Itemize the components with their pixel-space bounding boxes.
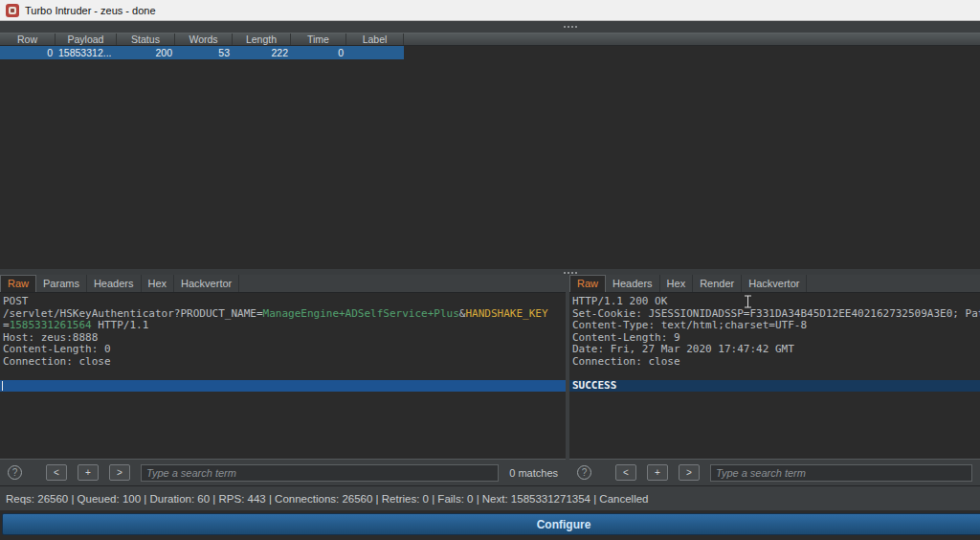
tab-params[interactable]: Params bbox=[36, 275, 87, 292]
code-segment: = bbox=[3, 319, 10, 331]
tab-hex[interactable]: Hex bbox=[660, 275, 694, 292]
request-searchbar: ? < + > 0 matches bbox=[0, 459, 566, 485]
tab-hackvertor[interactable]: Hackvertor bbox=[742, 275, 807, 292]
column-header-words[interactable]: Words bbox=[175, 34, 233, 45]
response-editor[interactable]: HTTP/1.1 200 OKSet-Cookie: JSESSIONIDADS… bbox=[569, 293, 980, 459]
code-segment: POST bbox=[3, 295, 29, 307]
code-segment: Host: zeus:8888 bbox=[3, 331, 98, 344]
code-segment: HANDSHAKE_KEY bbox=[465, 307, 547, 320]
tab-raw[interactable]: Raw bbox=[0, 275, 36, 292]
column-header-length[interactable]: Length bbox=[233, 34, 291, 45]
search-add-button[interactable]: + bbox=[78, 464, 99, 481]
code-line bbox=[0, 380, 566, 393]
code-line: Connection: close bbox=[0, 356, 566, 369]
cell-payload: 15853312... bbox=[56, 46, 117, 59]
search-prev-button[interactable]: < bbox=[615, 464, 636, 481]
code-segment: HTTP/1.1 bbox=[92, 319, 149, 331]
code-segment: /servlet/HSKeyAuthenticator?PRODUCT_NAME… bbox=[3, 307, 263, 320]
code-segment: Content-Length: 0 bbox=[3, 343, 111, 355]
column-header-status[interactable]: Status bbox=[117, 34, 175, 45]
response-searchbar: ? < + > bbox=[569, 459, 980, 485]
search-input[interactable] bbox=[710, 464, 972, 482]
cell-status: 200 bbox=[117, 46, 175, 59]
search-input[interactable] bbox=[141, 464, 499, 482]
tab-raw[interactable]: Raw bbox=[569, 275, 606, 292]
code-segment: ManageEngine+ADSelfService+Plus bbox=[263, 307, 459, 320]
app-icon bbox=[6, 4, 19, 17]
code-segment: Content-Length: 9 bbox=[572, 331, 680, 344]
code-segment: Date: Fri, 27 Mar 2020 17:47:42 GMT bbox=[572, 343, 794, 355]
code-segment: Set-Cookie: JSESSIONIDADSSP=F331DA34B45D… bbox=[572, 307, 980, 320]
column-header-label[interactable]: Label bbox=[346, 34, 404, 45]
response-tabbar: Raw Headers Hex Render Hackvertor bbox=[569, 275, 980, 293]
tab-render[interactable]: Render bbox=[693, 275, 742, 292]
status-text: Reqs: 26560 | Queued: 100 | Duration: 60… bbox=[6, 493, 649, 505]
status-bar: Reqs: 26560 | Queued: 100 | Duration: 60… bbox=[0, 485, 980, 510]
cell-time: 0 bbox=[291, 46, 346, 59]
title-bar[interactable]: Turbo Intruder - zeus - done bbox=[0, 0, 980, 21]
table-row[interactable]: 0 15853312... 200 53 222 0 bbox=[0, 46, 404, 59]
code-segment: SUCCESS bbox=[572, 379, 616, 392]
code-segment: Connection: close bbox=[3, 355, 111, 368]
configure-button[interactable]: Configure bbox=[2, 513, 980, 535]
tab-hackvertor[interactable]: Hackvertor bbox=[174, 275, 239, 292]
code-segment: HTTP/1.1 200 OK bbox=[572, 295, 667, 307]
help-icon[interactable]: ? bbox=[577, 465, 591, 480]
code-segment: Connection: close bbox=[572, 355, 680, 368]
search-prev-button[interactable]: < bbox=[46, 464, 67, 481]
column-header-row[interactable]: Row bbox=[0, 34, 56, 45]
top-strip bbox=[0, 21, 980, 33]
turbo-intruder-window: Turbo Intruder - zeus - done Row Payload… bbox=[0, 0, 980, 540]
help-icon[interactable]: ? bbox=[8, 465, 22, 480]
search-next-button[interactable]: > bbox=[679, 464, 700, 481]
tab-headers[interactable]: Headers bbox=[606, 275, 660, 292]
request-panel: Raw Params Headers Hex Hackvertor POST/s… bbox=[0, 275, 566, 485]
response-panel: Raw Headers Hex Render Hackvertor HTTP/1… bbox=[569, 275, 980, 485]
request-tabbar: Raw Params Headers Hex Hackvertor bbox=[0, 275, 566, 293]
code-line: SUCCESS bbox=[569, 380, 980, 393]
search-matches: 0 matches bbox=[509, 467, 558, 479]
code-line bbox=[569, 368, 980, 380]
request-editor[interactable]: POST/servlet/HSKeyAuthenticator?PRODUCT_… bbox=[0, 293, 566, 459]
splitter-handle-top[interactable] bbox=[563, 25, 578, 29]
text-caret bbox=[2, 381, 3, 391]
cell-label bbox=[346, 46, 404, 59]
search-next-button[interactable]: > bbox=[109, 464, 130, 481]
cell-words: 53 bbox=[175, 46, 233, 59]
results-table-header: Row Payload Status Words Length Time Lab… bbox=[0, 33, 980, 46]
column-header-time[interactable]: Time bbox=[291, 34, 346, 45]
search-add-button[interactable]: + bbox=[647, 464, 668, 481]
code-line bbox=[0, 368, 566, 380]
cell-length: 222 bbox=[233, 46, 291, 59]
tab-hex[interactable]: Hex bbox=[142, 275, 175, 292]
tab-headers[interactable]: Headers bbox=[87, 275, 142, 292]
column-header-payload[interactable]: Payload bbox=[56, 34, 117, 45]
configure-label: Configure bbox=[537, 518, 591, 531]
cell-row: 0 bbox=[0, 46, 56, 59]
message-editors: Raw Params Headers Hex Hackvertor POST/s… bbox=[0, 275, 980, 485]
code-line: Connection: close bbox=[569, 356, 980, 369]
code-segment: 1585331261564 bbox=[10, 319, 92, 331]
window-title: Turbo Intruder - zeus - done bbox=[25, 5, 156, 16]
code-segment: Content-Type: text/html;charset=UTF-8 bbox=[572, 319, 807, 331]
column-header-filler bbox=[404, 34, 980, 45]
